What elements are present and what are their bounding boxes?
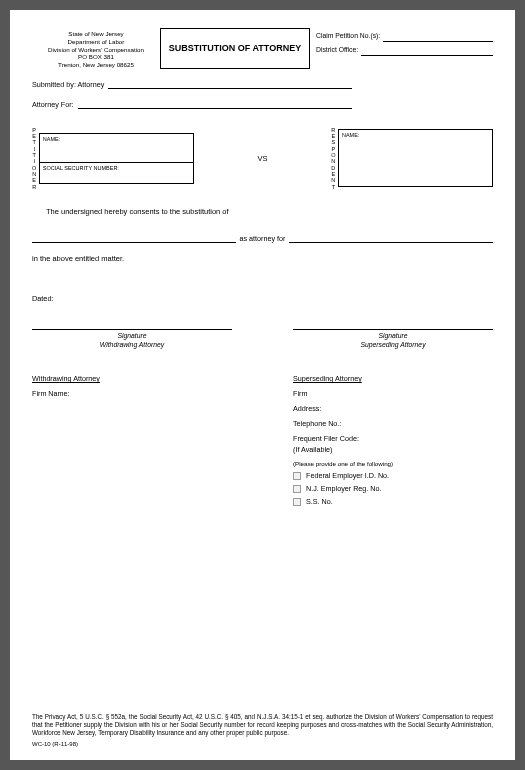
superseding-signature[interactable]: Signature Superseding Attorney — [293, 329, 493, 350]
sig-role: Superseding Attorney — [293, 341, 493, 350]
form-page: State of New Jersey Department of Labor … — [10, 10, 515, 760]
withdrawing-header: Withdrawing Attorney — [32, 374, 232, 383]
federal-employer-id-row: Federal Employer I.D. No. — [293, 471, 493, 480]
nj-employer-reg-row: N.J. Employer Reg. No. — [293, 484, 493, 493]
ssn-opt-label: S.S. No. — [306, 497, 333, 506]
nj-employer-reg-label: N.J. Employer Reg. No. — [306, 484, 382, 493]
submitted-by-label: Submitted by: Attorney — [32, 80, 108, 89]
provide-one-label: (Please provide one of the following) — [293, 460, 493, 467]
submitted-by-row: Submitted by: Attorney — [32, 79, 352, 89]
parties-row: PETITIONER NAME: SOCIAL SECURITY NUMBER:… — [32, 127, 493, 190]
ssn-row: S.S. No. — [293, 497, 493, 506]
consent-text: The undersigned hereby consents to the s… — [32, 206, 493, 217]
sig-label: Signature — [293, 332, 493, 341]
submitted-by-input[interactable] — [108, 79, 352, 89]
header-row: State of New Jersey Department of Labor … — [32, 28, 493, 69]
agency-line: Department of Labor — [32, 38, 160, 46]
superseding-address-label: Address: — [293, 404, 493, 413]
petitioner-box: NAME: SOCIAL SECURITY NUMBER: — [39, 133, 194, 184]
in-above-text: in the above entitled matter. — [32, 253, 493, 264]
withdrawing-attorney-column: Withdrawing Attorney Firm Name: — [32, 374, 232, 506]
claim-petition-input[interactable] — [383, 33, 493, 42]
agency-block: State of New Jersey Department of Labor … — [32, 28, 160, 69]
form-title: SUBSTITUTION OF ATTORNEY — [160, 28, 310, 69]
respondent-vertical-label: RESPONDENT — [331, 127, 336, 190]
withdrawing-signature[interactable]: Signature Withdrawing Attorney — [32, 329, 232, 350]
petitioner-ssn-label[interactable]: SOCIAL SECURITY NUMBER: — [40, 163, 193, 183]
respondent-box: NAME: — [338, 129, 493, 187]
superseding-attorney-column: Superseding Attorney Firm Address: Telep… — [293, 374, 493, 506]
footer-block: The Privacy Act, 5 U.S.C. § 552a, the So… — [32, 713, 493, 748]
district-office-input[interactable] — [361, 47, 493, 56]
agency-line: Division of Workers' Compensation — [32, 46, 160, 54]
sig-label: Signature — [32, 332, 232, 341]
header-right: Claim Petition No.(s): District Office: — [310, 28, 493, 69]
dated-label: Dated: — [32, 294, 493, 303]
checkbox-icon[interactable] — [293, 498, 301, 506]
agency-line: State of New Jersey — [32, 30, 160, 38]
sig-role: Withdrawing Attorney — [32, 341, 232, 350]
privacy-act-text: The Privacy Act, 5 U.S.C. § 552a, the So… — [32, 713, 493, 737]
attorney-for-input[interactable] — [78, 99, 352, 109]
district-office-label: District Office: — [316, 44, 358, 56]
superseding-ffc-sub: (If Available) — [293, 445, 493, 454]
superseding-header: Superseding Attorney — [293, 374, 493, 383]
agency-line: Trenton, New Jersey 08625 — [32, 61, 160, 69]
party-represented-input[interactable] — [289, 231, 493, 243]
form-number: WC-10 (R-11-98) — [32, 741, 493, 749]
withdrawing-firm-label: Firm Name: — [32, 389, 232, 398]
attorney-for-row: Attorney For: — [32, 99, 352, 109]
checkbox-icon[interactable] — [293, 485, 301, 493]
new-attorney-input[interactable] — [32, 231, 236, 243]
fed-employer-id-label: Federal Employer I.D. No. — [306, 471, 389, 480]
superseding-firm-label: Firm — [293, 389, 493, 398]
respondent-name-label[interactable]: NAME: — [339, 130, 492, 186]
vs-label: VS — [257, 154, 267, 163]
petitioner-name-label[interactable]: NAME: — [40, 134, 193, 163]
agency-line: PO BOX 381 — [32, 53, 160, 61]
claim-petition-label: Claim Petition No.(s): — [316, 30, 380, 42]
checkbox-icon[interactable] — [293, 472, 301, 480]
signatures-row: Signature Withdrawing Attorney Signature… — [32, 329, 493, 350]
superseding-ffc-label: Frequent Filer Code: — [293, 434, 493, 443]
petitioner-block: PETITIONER NAME: SOCIAL SECURITY NUMBER: — [32, 127, 194, 190]
attorney-info-columns: Withdrawing Attorney Firm Name: Supersed… — [32, 374, 493, 506]
superseding-telephone-label: Telephone No.: — [293, 419, 493, 428]
substitution-line: as attorney for — [32, 231, 493, 243]
petitioner-vertical-label: PETITIONER — [32, 127, 37, 190]
attorney-for-label: Attorney For: — [32, 100, 78, 109]
respondent-block: RESPONDENT NAME: — [331, 127, 493, 190]
as-attorney-for-label: as attorney for — [236, 234, 290, 243]
